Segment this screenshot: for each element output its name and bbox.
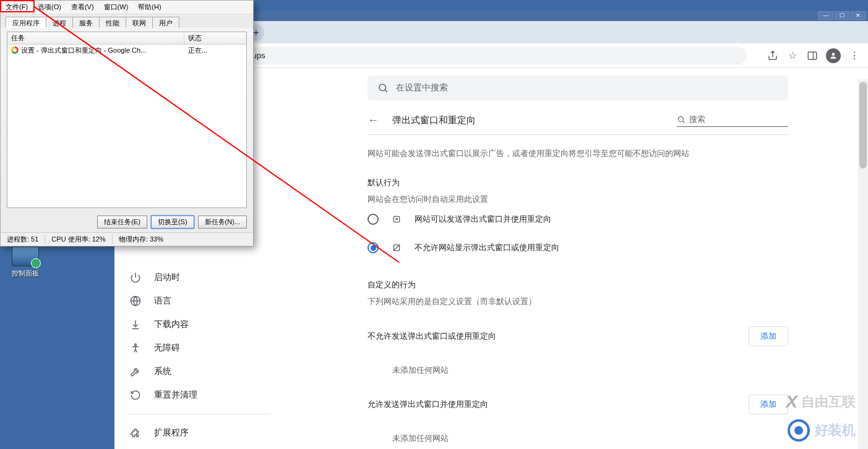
tab-performance[interactable]: 性能	[99, 17, 126, 28]
default-behavior-sub: 网站会在您访问时自动采用此设置	[367, 193, 788, 206]
minimize-button[interactable]: —	[819, 11, 833, 20]
control-panel-icon	[12, 246, 39, 266]
sidebar-divider	[127, 414, 270, 414]
menu-file[interactable]: 文件(F)	[1, 2, 33, 12]
svg-point-11	[678, 116, 683, 121]
task-row[interactable]: 设置 - 弹出式窗口和重定向 - Google Ch... 正在...	[7, 45, 246, 56]
status-mem: 物理内存: 33%	[113, 235, 170, 244]
sidebar-label: 扩展程序	[154, 427, 189, 438]
sidebar-item-extensions[interactable]: 扩展程序	[114, 422, 283, 444]
col-task[interactable]: 任务	[7, 32, 184, 44]
sidebar-item-language[interactable]: 语言	[114, 290, 283, 312]
svg-line-12	[683, 121, 685, 123]
control-panel-label: 控制面板	[4, 269, 47, 278]
tm-statusbar: 进程数: 51 CPU 使用率: 12% 物理内存: 33%	[1, 232, 253, 246]
watermark2-text: 好装机	[815, 421, 856, 440]
new-task-button[interactable]: 新任务(N)...	[198, 216, 247, 229]
settings-sidebar: 启动时 语言 下载内容 无障碍 系统 重置并清理	[114, 261, 288, 449]
status-processes: 进程数: 51	[1, 235, 45, 244]
allow-empty: 未添加任何网站	[367, 421, 788, 450]
window-controls-group: — ☐ ✕	[819, 11, 866, 21]
small-search-label: 搜索	[689, 114, 705, 125]
watermark-circle-icon	[788, 419, 810, 442]
share-icon[interactable]	[767, 50, 779, 62]
accessibility-icon	[129, 342, 142, 354]
sidebar-item-startup[interactable]: 启动时	[114, 266, 283, 289]
popup-allow-icon	[391, 214, 402, 225]
power-icon	[129, 271, 142, 284]
default-behavior-title: 默认行为	[367, 177, 788, 188]
tab-users[interactable]: 用户	[152, 17, 179, 28]
bookmark-star-icon[interactable]: ☆	[786, 50, 799, 62]
task-list: 任务 状态 设置 - 弹出式窗口和重定向 - Google Ch... 正在..…	[7, 32, 247, 208]
download-icon	[129, 318, 142, 331]
menu-help[interactable]: 帮助(H)	[133, 2, 166, 12]
sidebar-label: 系统	[154, 366, 171, 377]
wrench-icon	[129, 365, 142, 378]
globe-icon	[129, 295, 142, 307]
settings-search-input[interactable]: 在设置中搜索	[367, 76, 788, 100]
back-arrow-icon[interactable]: ←	[367, 114, 380, 127]
scroll-thumb[interactable]	[859, 82, 867, 168]
switch-to-button[interactable]: 切换至(S)	[151, 216, 194, 229]
sidebar-item-reset[interactable]: 重置并清理	[114, 384, 283, 406]
sidebar-label: 语言	[154, 295, 171, 307]
side-panel-icon[interactable]	[806, 50, 819, 62]
profile-avatar[interactable]	[826, 48, 841, 63]
custom-behavior-section: 自定义的行为 下列网站采用的是自定义设置（而非默认设置） 不允许发送弹出式窗口或…	[367, 267, 788, 449]
in-page-search[interactable]: 搜索	[677, 114, 788, 127]
control-panel-shortcut[interactable]: 控制面板	[4, 246, 47, 278]
kebab-menu-icon[interactable]: ⋮	[848, 50, 861, 62]
menu-options[interactable]: 选项(O)	[33, 2, 66, 12]
page-header: ← 弹出式窗口和重定向 搜索	[367, 100, 788, 135]
block-empty: 未添加任何网站	[367, 352, 788, 388]
svg-line-15	[393, 245, 400, 251]
sidebar-item-system[interactable]: 系统	[114, 360, 283, 383]
extension-icon	[129, 427, 142, 439]
watermark-haozhuangji: 好装机	[788, 419, 856, 442]
intro-section: 网站可能会发送弹出式窗口以展示广告，或者使用重定向将您引导至您可能不想访问的网站	[367, 135, 788, 165]
status-cpu: CPU 使用率: 12%	[45, 235, 112, 244]
chrome-icon	[11, 46, 19, 54]
add-allow-button[interactable]: 添加	[749, 395, 788, 414]
watermark-x-icon: X	[786, 392, 797, 412]
allow-section-label: 允许发送弹出式窗口并使用重定向	[367, 399, 488, 410]
tab-processes[interactable]: 进程	[46, 17, 73, 28]
tab-applications[interactable]: 应用程序	[6, 17, 46, 28]
task-cell: 设置 - 弹出式窗口和重定向 - Google Ch...	[7, 46, 184, 55]
menu-view[interactable]: 查看(V)	[66, 2, 99, 12]
radio-allow-row[interactable]: 网站可以发送弹出式窗口并使用重定向	[367, 205, 788, 233]
scrollbar[interactable]	[858, 79, 868, 449]
svg-point-8	[135, 344, 137, 346]
list-body: 设置 - 弹出式窗口和重定向 - Google Ch... 正在...	[7, 45, 246, 207]
sidebar-item-accessibility[interactable]: 无障碍	[114, 337, 283, 359]
task-status: 正在...	[184, 46, 246, 55]
svg-line-10	[385, 90, 387, 92]
sidebar-label: 无障碍	[154, 342, 180, 354]
maximize-button[interactable]: ☐	[835, 11, 849, 20]
radio-block[interactable]	[367, 242, 379, 253]
default-behavior-section: 默认行为 网站会在您访问时自动采用此设置 网站可以发送弹出式窗口并使用重定向 不…	[367, 165, 788, 268]
search-placeholder: 在设置中搜索	[396, 82, 448, 94]
end-task-button[interactable]: 结束任务(E)	[97, 216, 147, 229]
task-manager-window: 文件(F) 选项(O) 查看(V) 窗口(W) 帮助(H) 应用程序 进程 服务…	[0, 0, 254, 246]
tab-networking[interactable]: 联网	[126, 17, 153, 28]
radio-allow[interactable]	[367, 214, 379, 225]
tm-button-row: 结束任务(E) 切换至(S) 新任务(N)...	[1, 212, 253, 232]
block-section-label: 不允许发送弹出式窗口或使用重定向	[367, 331, 496, 342]
custom-title: 自定义的行为	[367, 279, 788, 290]
add-block-button[interactable]: 添加	[749, 326, 788, 346]
custom-sub: 下列网站采用的是自定义设置（而非默认设置）	[367, 295, 788, 308]
tm-tabs: 应用程序 进程 服务 性能 联网 用户	[1, 14, 253, 28]
sidebar-item-downloads[interactable]: 下载内容	[114, 313, 283, 336]
close-button[interactable]: ✕	[851, 11, 866, 20]
radio-block-row[interactable]: 不允许网站显示弹出式窗口或使用重定向	[367, 233, 788, 262]
watermark1-text: 自由互联	[801, 393, 856, 411]
menu-window[interactable]: 窗口(W)	[99, 2, 134, 12]
popup-block-icon	[391, 242, 402, 253]
sidebar-label: 下载内容	[154, 319, 189, 330]
col-status[interactable]: 状态	[184, 32, 246, 44]
search-icon	[677, 115, 685, 124]
block-list-header: 不允许发送弹出式窗口或使用重定向 添加	[367, 320, 788, 352]
tab-services[interactable]: 服务	[72, 17, 100, 28]
